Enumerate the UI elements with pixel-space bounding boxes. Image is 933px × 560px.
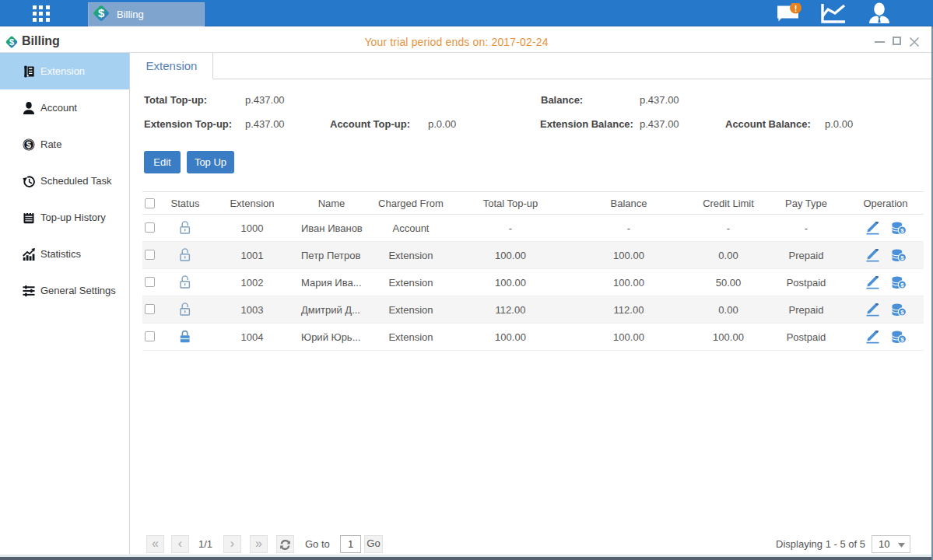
- svg-text:$: $: [900, 227, 904, 234]
- svg-text:!: !: [794, 4, 798, 13]
- svg-text:$: $: [900, 309, 904, 316]
- svg-text:$: $: [900, 336, 904, 343]
- svg-text:$: $: [26, 140, 32, 149]
- svg-text:$: $: [900, 254, 904, 261]
- svg-text:$: $: [900, 282, 904, 289]
- svg-text:$: $: [9, 37, 14, 47]
- svg-text:$: $: [98, 7, 104, 19]
